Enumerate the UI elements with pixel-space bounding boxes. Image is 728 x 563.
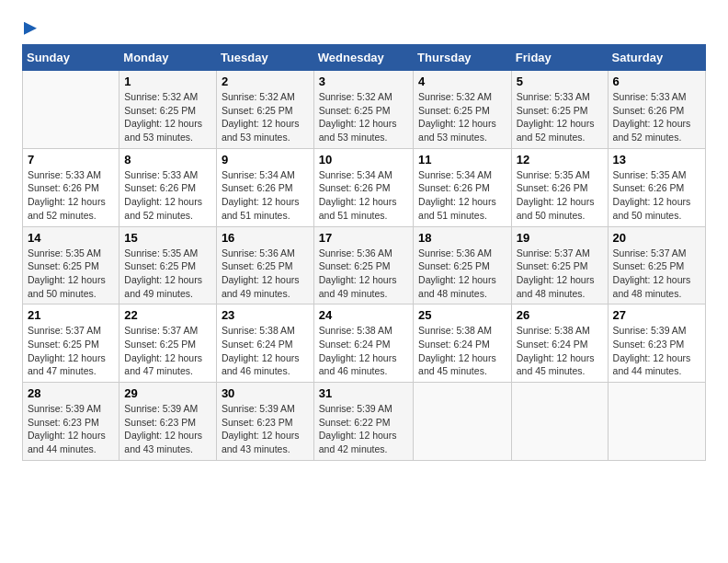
calendar-cell: 18Sunrise: 5:36 AM Sunset: 6:25 PM Dayli…: [414, 226, 512, 304]
day-info: Sunrise: 5:39 AM Sunset: 6:23 PM Dayligh…: [222, 402, 309, 456]
day-number: 8: [124, 153, 211, 167]
calendar-cell: 16Sunrise: 5:36 AM Sunset: 6:25 PM Dayli…: [216, 226, 313, 304]
day-of-week-header: Saturday: [608, 45, 705, 71]
day-number: 11: [418, 153, 506, 167]
day-info: Sunrise: 5:38 AM Sunset: 6:24 PM Dayligh…: [319, 324, 408, 378]
calendar-cell: 30Sunrise: 5:39 AM Sunset: 6:23 PM Dayli…: [216, 383, 313, 461]
calendar-week-row: 7Sunrise: 5:33 AM Sunset: 6:26 PM Daylig…: [23, 148, 706, 226]
day-info: Sunrise: 5:37 AM Sunset: 6:25 PM Dayligh…: [28, 324, 114, 378]
day-number: 5: [517, 75, 603, 88]
day-number: 27: [613, 308, 700, 322]
calendar-cell: 28Sunrise: 5:39 AM Sunset: 6:23 PM Dayli…: [23, 383, 119, 461]
calendar-body: 1Sunrise: 5:32 AM Sunset: 6:25 PM Daylig…: [23, 71, 706, 461]
day-number: 15: [124, 231, 211, 245]
calendar-cell: 5Sunrise: 5:33 AM Sunset: 6:25 PM Daylig…: [511, 71, 608, 149]
calendar-week-row: 14Sunrise: 5:35 AM Sunset: 6:25 PM Dayli…: [23, 226, 706, 304]
day-info: Sunrise: 5:39 AM Sunset: 6:23 PM Dayligh…: [613, 324, 700, 378]
day-info: Sunrise: 5:32 AM Sunset: 6:25 PM Dayligh…: [418, 90, 506, 144]
calendar-cell: 1Sunrise: 5:32 AM Sunset: 6:25 PM Daylig…: [119, 71, 217, 149]
calendar-cell: [511, 383, 608, 461]
calendar-cell: 10Sunrise: 5:34 AM Sunset: 6:26 PM Dayli…: [313, 148, 413, 226]
calendar-cell: 26Sunrise: 5:38 AM Sunset: 6:24 PM Dayli…: [511, 304, 608, 383]
day-info: Sunrise: 5:34 AM Sunset: 6:26 PM Dayligh…: [418, 168, 506, 223]
day-of-week-header: Sunday: [23, 45, 119, 71]
day-info: Sunrise: 5:32 AM Sunset: 6:25 PM Dayligh…: [319, 90, 408, 144]
day-number: 26: [517, 308, 603, 322]
day-of-week-header: Friday: [511, 45, 608, 71]
day-info: Sunrise: 5:33 AM Sunset: 6:26 PM Dayligh…: [28, 168, 114, 223]
calendar-cell: 8Sunrise: 5:33 AM Sunset: 6:26 PM Daylig…: [119, 148, 217, 226]
day-info: Sunrise: 5:34 AM Sunset: 6:26 PM Dayligh…: [319, 168, 408, 223]
calendar-cell: 12Sunrise: 5:35 AM Sunset: 6:26 PM Dayli…: [511, 148, 608, 226]
calendar-cell: 27Sunrise: 5:39 AM Sunset: 6:23 PM Dayli…: [608, 304, 705, 383]
calendar-cell: 24Sunrise: 5:38 AM Sunset: 6:24 PM Dayli…: [313, 304, 413, 383]
header: [22, 18, 706, 35]
day-info: Sunrise: 5:35 AM Sunset: 6:26 PM Dayligh…: [613, 168, 700, 223]
day-number: 24: [319, 308, 408, 322]
day-info: Sunrise: 5:38 AM Sunset: 6:24 PM Dayligh…: [517, 324, 603, 378]
calendar-cell: 23Sunrise: 5:38 AM Sunset: 6:24 PM Dayli…: [216, 304, 313, 383]
calendar-cell: 25Sunrise: 5:38 AM Sunset: 6:24 PM Dayli…: [414, 304, 512, 383]
day-info: Sunrise: 5:32 AM Sunset: 6:25 PM Dayligh…: [124, 90, 211, 144]
day-of-week-header: Thursday: [414, 45, 512, 71]
day-info: Sunrise: 5:39 AM Sunset: 6:23 PM Dayligh…: [124, 402, 211, 456]
calendar-cell: 22Sunrise: 5:37 AM Sunset: 6:25 PM Dayli…: [119, 304, 217, 383]
calendar-cell: 9Sunrise: 5:34 AM Sunset: 6:26 PM Daylig…: [216, 148, 313, 226]
day-number: 14: [28, 231, 114, 245]
day-info: Sunrise: 5:33 AM Sunset: 6:26 PM Dayligh…: [124, 168, 211, 223]
day-info: Sunrise: 5:35 AM Sunset: 6:25 PM Dayligh…: [28, 247, 114, 301]
calendar-cell: 6Sunrise: 5:33 AM Sunset: 6:26 PM Daylig…: [608, 71, 705, 149]
calendar-cell: 11Sunrise: 5:34 AM Sunset: 6:26 PM Dayli…: [414, 148, 512, 226]
day-number: 25: [418, 308, 506, 322]
calendar-cell: 21Sunrise: 5:37 AM Sunset: 6:25 PM Dayli…: [23, 304, 119, 383]
calendar-cell: [414, 383, 512, 461]
day-info: Sunrise: 5:38 AM Sunset: 6:24 PM Dayligh…: [222, 324, 309, 378]
calendar-cell: 17Sunrise: 5:36 AM Sunset: 6:25 PM Dayli…: [313, 226, 413, 304]
calendar-cell: 20Sunrise: 5:37 AM Sunset: 6:25 PM Dayli…: [608, 226, 705, 304]
day-info: Sunrise: 5:35 AM Sunset: 6:25 PM Dayligh…: [124, 247, 211, 301]
day-info: Sunrise: 5:32 AM Sunset: 6:25 PM Dayligh…: [222, 90, 309, 144]
calendar-cell: 7Sunrise: 5:33 AM Sunset: 6:26 PM Daylig…: [23, 148, 119, 226]
calendar-cell: 15Sunrise: 5:35 AM Sunset: 6:25 PM Dayli…: [119, 226, 217, 304]
day-info: Sunrise: 5:37 AM Sunset: 6:25 PM Dayligh…: [613, 247, 700, 301]
logo: [22, 18, 37, 35]
day-info: Sunrise: 5:37 AM Sunset: 6:25 PM Dayligh…: [517, 247, 603, 301]
day-number: 30: [222, 386, 309, 400]
day-number: 31: [319, 386, 408, 400]
day-info: Sunrise: 5:36 AM Sunset: 6:25 PM Dayligh…: [222, 247, 309, 301]
calendar-cell: 14Sunrise: 5:35 AM Sunset: 6:25 PM Dayli…: [23, 226, 119, 304]
day-number: 7: [28, 153, 114, 167]
day-number: 2: [222, 75, 309, 88]
day-number: 16: [222, 231, 309, 245]
day-info: Sunrise: 5:39 AM Sunset: 6:23 PM Dayligh…: [28, 402, 114, 456]
day-number: 23: [222, 308, 309, 322]
calendar-week-row: 21Sunrise: 5:37 AM Sunset: 6:25 PM Dayli…: [23, 304, 706, 383]
day-info: Sunrise: 5:36 AM Sunset: 6:25 PM Dayligh…: [319, 247, 408, 301]
day-number: 21: [28, 308, 114, 322]
logo-arrow-icon: [24, 22, 37, 35]
day-of-week-header: Monday: [119, 45, 217, 71]
day-of-week-header: Wednesday: [313, 45, 413, 71]
day-number: 9: [222, 153, 309, 167]
calendar-cell: [608, 383, 705, 461]
day-number: 17: [319, 231, 408, 245]
day-info: Sunrise: 5:38 AM Sunset: 6:24 PM Dayligh…: [418, 324, 506, 378]
day-info: Sunrise: 5:39 AM Sunset: 6:22 PM Dayligh…: [319, 402, 408, 456]
day-number: 3: [319, 75, 408, 88]
calendar-cell: 4Sunrise: 5:32 AM Sunset: 6:25 PM Daylig…: [414, 71, 512, 149]
calendar-cell: 31Sunrise: 5:39 AM Sunset: 6:22 PM Dayli…: [313, 383, 413, 461]
day-number: 28: [28, 386, 114, 400]
day-number: 4: [418, 75, 506, 88]
calendar-header: SundayMondayTuesdayWednesdayThursdayFrid…: [23, 45, 706, 71]
day-number: 1: [124, 75, 211, 88]
day-info: Sunrise: 5:35 AM Sunset: 6:26 PM Dayligh…: [517, 168, 603, 223]
calendar-week-row: 1Sunrise: 5:32 AM Sunset: 6:25 PM Daylig…: [23, 71, 706, 149]
day-info: Sunrise: 5:33 AM Sunset: 6:26 PM Dayligh…: [613, 90, 700, 144]
day-number: 18: [418, 231, 506, 245]
calendar-cell: 2Sunrise: 5:32 AM Sunset: 6:25 PM Daylig…: [216, 71, 313, 149]
calendar-cell: [23, 71, 119, 149]
day-of-week-header: Tuesday: [216, 45, 313, 71]
calendar-cell: 29Sunrise: 5:39 AM Sunset: 6:23 PM Dayli…: [119, 383, 217, 461]
calendar-cell: 13Sunrise: 5:35 AM Sunset: 6:26 PM Dayli…: [608, 148, 705, 226]
day-number: 19: [517, 231, 603, 245]
